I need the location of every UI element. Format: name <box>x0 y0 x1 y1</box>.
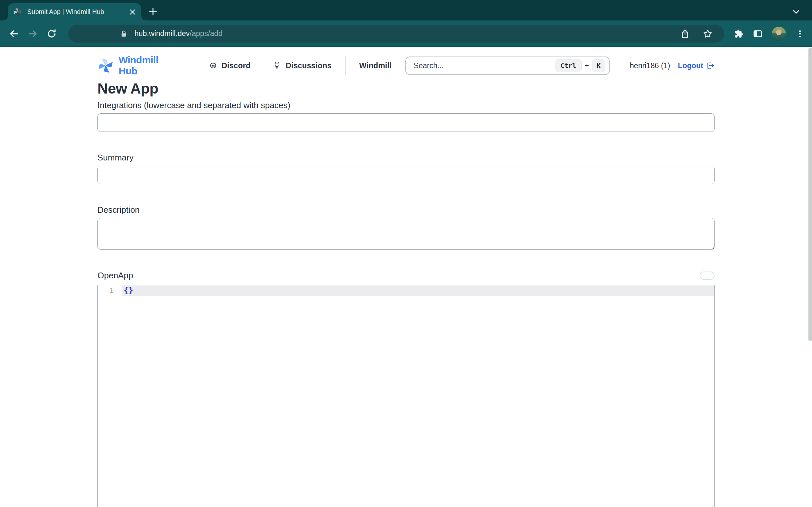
lock-icon[interactable] <box>120 30 128 38</box>
openapp-label: OpenApp <box>98 271 133 281</box>
openapp-toggle[interactable] <box>700 272 714 280</box>
field-openapp: OpenApp 1 {} <box>98 271 714 507</box>
page-body: Windmill Hub Discord Discussions <box>0 47 812 507</box>
github-discussions-icon <box>273 61 281 70</box>
kbd-plus: + <box>585 62 589 69</box>
profile-avatar[interactable] <box>772 26 786 41</box>
brand-home-link[interactable]: Windmill Hub <box>98 55 178 77</box>
active-line-highlight <box>122 285 714 296</box>
kbd-k: K <box>592 59 605 72</box>
field-description: Description <box>98 205 714 250</box>
tab-close-icon[interactable] <box>128 8 137 16</box>
search-box[interactable]: Ctrl + K <box>405 57 610 75</box>
description-label: Description <box>98 205 714 215</box>
browser-toolbar: hub.windmill.dev/apps/add <box>0 20 812 47</box>
integrations-input[interactable] <box>98 113 714 132</box>
extensions-puzzle-icon[interactable] <box>734 29 744 39</box>
browser-menu-kebab-icon[interactable] <box>795 29 805 39</box>
logout-label: Logout <box>678 61 703 70</box>
openapp-code-editor[interactable]: 1 {} <box>98 285 714 507</box>
code-content[interactable]: {} <box>124 285 133 296</box>
nav-label: Discussions <box>286 61 331 70</box>
nav-item-discussions[interactable]: Discussions <box>259 56 345 75</box>
discord-icon <box>209 61 217 70</box>
windmill-favicon-icon <box>13 7 22 16</box>
share-icon[interactable] <box>680 29 690 39</box>
nav-label: Windmill <box>359 61 392 70</box>
nav-item-discord[interactable]: Discord <box>209 56 259 75</box>
nav-item-windmill[interactable]: Windmill <box>346 56 405 75</box>
kbd-ctrl: Ctrl <box>555 59 582 72</box>
summary-input[interactable] <box>98 166 714 184</box>
logout-link[interactable]: Logout <box>678 61 714 70</box>
bookmark-star-icon[interactable] <box>703 29 713 39</box>
username-label: henri186 (1) <box>630 61 670 70</box>
logout-icon <box>706 61 714 70</box>
description-textarea[interactable] <box>98 218 714 250</box>
back-button[interactable] <box>8 28 19 39</box>
page-title: New App <box>98 80 714 97</box>
browser-tab[interactable]: Submit App | Windmill Hub <box>8 3 141 20</box>
resize-handle-icon[interactable] <box>706 505 713 507</box>
url-path: /apps/add <box>190 29 223 38</box>
forward-button[interactable] <box>27 28 38 39</box>
site-header: Windmill Hub Discord Discussions <box>98 56 714 75</box>
url-host: hub.windmill.dev <box>134 29 190 38</box>
brand-name: Windmill Hub <box>119 55 178 77</box>
nav-label: Discord <box>222 61 250 70</box>
page-scrollbar-thumb[interactable] <box>808 48 812 341</box>
integrations-label: Integrations (lowercase and separated wi… <box>98 100 714 110</box>
tab-title: Submit App | Windmill Hub <box>27 8 124 15</box>
field-summary: Summary <box>98 153 714 184</box>
side-panel-icon[interactable] <box>753 29 763 39</box>
user-section: henri186 (1) Logout <box>630 61 714 70</box>
reload-button[interactable] <box>46 28 57 39</box>
tab-search-chevron-down-icon[interactable] <box>791 7 802 17</box>
summary-label: Summary <box>98 153 714 163</box>
header-nav: Discord Discussions Windmill <box>209 56 405 75</box>
address-bar[interactable]: hub.windmill.dev/apps/add <box>68 25 724 43</box>
line-number: 1 <box>98 285 122 296</box>
search-input[interactable] <box>414 61 555 70</box>
tab-bar: Submit App | Windmill Hub <box>0 0 812 20</box>
field-integrations: Integrations (lowercase and separated wi… <box>98 100 714 132</box>
new-tab-button[interactable] <box>147 5 159 18</box>
windmill-logo-icon <box>98 57 114 74</box>
